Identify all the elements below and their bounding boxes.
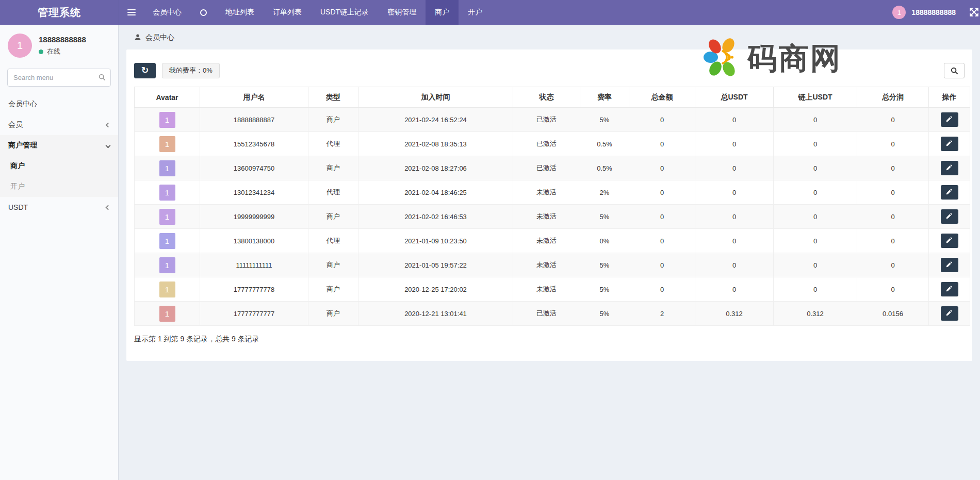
cell-total-profit: 0 [857,156,929,180]
edit-button[interactable] [941,185,958,200]
cell-actions [929,277,970,302]
table-row: 113600974750商户2021-02-08 18:27:06已激活0.5%… [135,156,970,180]
table-row: 117777777778商户2020-12-25 17:20:02未激活5%00… [135,277,970,302]
sidebar-item-会员中心[interactable]: 会员中心 [0,94,118,114]
edit-button[interactable] [941,137,958,151]
cell-chain-usdt: 0.312 [774,302,857,326]
online-dot-icon [39,49,43,54]
nav-item-开户[interactable]: 开户 [459,0,492,25]
sidebar-toggle-button[interactable] [119,0,143,25]
nav-item-地址列表[interactable]: 地址列表 [216,0,264,25]
navbar-menu: 会员中心地址列表订单列表USDT链上记录密钥管理商户开户 [143,0,492,25]
nav-item-会员中心[interactable]: 会员中心 [143,0,191,25]
sidebar-item-label: 会员 [8,120,23,129]
cell-username: 13012341234 [200,180,308,205]
avatar: 1 [159,233,175,249]
table-header-row: Avatar用户名类型加入时间状态费率总金额总USDT链上USDT总分润操作 [135,87,970,108]
cell-rate: 5% [580,205,629,229]
pencil-icon [946,309,953,318]
nav-item-商户[interactable]: 商户 [426,0,459,25]
cell-total-usdt: 0 [695,108,774,132]
cell-status: 未激活 [513,180,580,205]
edit-button[interactable] [941,282,958,296]
cell-username: 13800138000 [200,229,308,253]
cell-type: 商户 [308,277,358,302]
column-header-总USDT: 总USDT [695,87,774,108]
nav-item-USDT链上记录[interactable]: USDT链上记录 [311,0,378,25]
cell-total-amount: 0 [629,277,695,302]
sidebar-item-商户管理[interactable]: 商户管理 [0,135,118,156]
avatar: 1 [159,257,175,273]
cell-type: 代理 [308,132,358,156]
sidebar-search-input[interactable] [7,69,111,87]
column-header-费率: 费率 [580,87,629,108]
avatar: 1 [159,209,175,225]
sidebar-menu: 会员中心会员商户管理商户开户USDT [0,94,118,218]
cell-chain-usdt: 0 [774,156,857,180]
my-rate-button[interactable]: 我的费率：0% [162,63,220,78]
cell-total-profit: 0 [857,132,929,156]
cell-total-amount: 0 [629,108,695,132]
table-search-button[interactable] [944,63,965,78]
nav-item-密钥管理[interactable]: 密钥管理 [378,0,426,25]
table-row: 117777777777商户2020-12-21 13:01:41已激活5%20… [135,302,970,326]
cell-total-profit: 0 [857,253,929,277]
status-label: 在线 [47,47,60,56]
sidebar-item-label: USDT [8,203,28,211]
table-row: 113012341234代理2021-02-04 18:46:25未激活2%00… [135,180,970,205]
sidebar-group-商户管理: 商户管理商户开户 [0,135,118,197]
cell-status: 已激活 [513,302,580,326]
cell-total-profit: 0 [857,205,929,229]
edit-button[interactable] [941,112,958,127]
breadcrumb-item[interactable]: 会员中心 [145,33,174,42]
app-brand[interactable]: 管理系统 [0,0,119,25]
column-header-Avatar: Avatar [135,87,200,108]
edit-button[interactable] [941,258,958,272]
cell-avatar: 1 [135,180,200,205]
cell-type: 商户 [308,108,358,132]
nav-item-circle[interactable] [191,0,216,25]
circle-icon [200,9,207,16]
cell-join-time: 2020-12-21 13:01:41 [358,302,513,326]
pagination-summary: 显示第 1 到第 9 条记录，总共 9 条记录 [134,335,965,344]
cell-join-time: 2021-02-02 16:46:53 [358,205,513,229]
pencil-icon [946,212,953,221]
cell-join-time: 2021-02-04 18:46:25 [358,180,513,205]
sidebar-item-USDT[interactable]: USDT [0,197,118,218]
cell-username: 18888888887 [200,108,308,132]
avatar: 1 [159,136,175,152]
sidebar-item-label: 会员中心 [8,100,37,109]
table-toolbar: ↻ 我的费率：0% [134,63,965,78]
cell-total-usdt: 0 [695,253,774,277]
edit-button[interactable] [941,306,958,321]
cell-avatar: 1 [135,205,200,229]
cell-rate: 0.5% [580,156,629,180]
sidebar-item-会员[interactable]: 会员 [0,114,118,135]
table-row: 111111111111商户2021-01-05 19:57:22未激活5%00… [135,253,970,277]
sidebar-item-开户[interactable]: 开户 [0,176,118,197]
cell-total-profit: 0 [857,180,929,205]
cell-rate: 5% [580,253,629,277]
cell-username: 17777777777 [200,302,308,326]
sidebar-item-商户[interactable]: 商户 [0,156,118,176]
edit-button[interactable] [941,161,958,175]
top-navbar: 管理系统 会员中心地址列表订单列表USDT链上记录密钥管理商户开户 1 1888… [0,0,980,25]
cell-rate: 0% [580,229,629,253]
cell-actions [929,180,970,205]
cell-total-amount: 0 [629,229,695,253]
cell-rate: 5% [580,277,629,302]
column-header-状态: 状态 [513,87,580,108]
fullscreen-icon[interactable] [969,7,979,18]
nav-item-订单列表[interactable]: 订单列表 [264,0,311,25]
sidebar-item-label: 商户管理 [8,141,37,150]
table-body: 118888888887商户2021-02-24 16:52:24已激活5%00… [135,108,970,326]
edit-button[interactable] [941,209,958,224]
sidebar-user-avatar: 1 [8,34,32,58]
edit-button[interactable] [941,234,958,248]
cell-chain-usdt: 0 [774,205,857,229]
refresh-button[interactable]: ↻ [134,63,156,78]
navbar-user-avatar[interactable]: 1 [892,6,906,19]
navbar-username[interactable]: 18888888888 [911,8,956,16]
cell-join-time: 2021-01-09 10:23:50 [358,229,513,253]
cell-total-profit: 0 [857,229,929,253]
